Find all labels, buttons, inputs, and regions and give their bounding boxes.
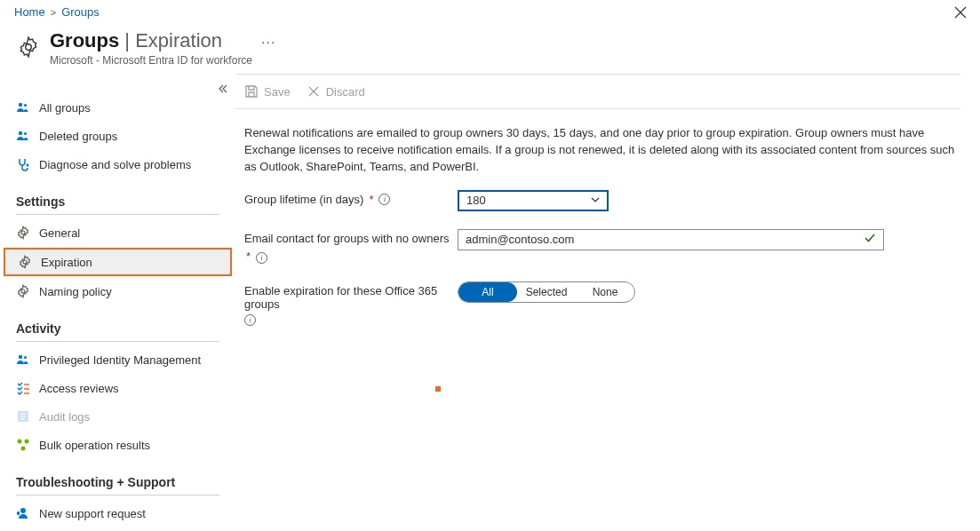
- people-icon: [16, 353, 30, 367]
- sidebar-item-deleted-groups[interactable]: Deleted groups: [0, 122, 235, 150]
- svg-point-0: [26, 44, 32, 51]
- breadcrumb-home[interactable]: Home: [14, 5, 45, 19]
- sidebar-item-diagnose[interactable]: Diagnose and solve problems: [0, 150, 235, 178]
- discard-button[interactable]: Discard: [307, 84, 365, 99]
- close-icon: [307, 84, 321, 99]
- sidebar-item-label: All groups: [39, 101, 91, 115]
- label-email-contact: Email contact for groups with no owners …: [244, 229, 458, 264]
- sidebar-item-label: New support request: [39, 507, 146, 520]
- chevron-right-icon: >: [51, 7, 56, 18]
- divider: [16, 341, 219, 342]
- page-title-block: Groups | Expiration Microsoft - Microsof…: [50, 29, 252, 67]
- dropdown-value: 180: [466, 194, 486, 207]
- label-group-lifetime: Group lifetime (in days) * i: [244, 190, 458, 206]
- svg-point-10: [24, 356, 27, 359]
- label-text: Enable expiration for these Office 365 g…: [244, 284, 458, 311]
- sidebar-item-label: Bulk operation results: [39, 439, 150, 452]
- sidebar-item-bulk-results[interactable]: Bulk operation results: [0, 431, 235, 459]
- svg-point-7: [23, 260, 27, 264]
- svg-point-6: [21, 231, 25, 234]
- info-text: Renewal notifications are emailed to gro…: [235, 125, 960, 176]
- sidebar-item-pim[interactable]: Privileged Identity Management: [0, 345, 235, 374]
- more-actions-button[interactable]: ···: [261, 35, 275, 51]
- divider: [16, 495, 219, 495]
- segmented-enable-expiration: All Selected None: [458, 281, 635, 303]
- page-title-separator: |: [119, 29, 135, 52]
- sidebar-item-label: Access reviews: [39, 382, 119, 395]
- collapse-sidebar-button[interactable]: [218, 83, 228, 96]
- nodes-icon: [16, 438, 30, 452]
- sidebar-item-label: Privileged Identity Management: [39, 353, 201, 367]
- breadcrumb-groups[interactable]: Groups: [61, 5, 100, 19]
- label-enable-expiration: Enable expiration for these Office 365 g…: [244, 281, 458, 326]
- svg-point-8: [21, 289, 25, 293]
- sidebar-item-expiration[interactable]: Expiration: [4, 248, 232, 276]
- discard-label: Discard: [326, 85, 365, 99]
- svg-point-14: [21, 447, 26, 451]
- page-title-sub: Expiration: [135, 29, 222, 52]
- svg-point-3: [19, 131, 22, 135]
- label-text: Group lifetime (in days): [244, 193, 363, 206]
- sidebar-item-label: Deleted groups: [39, 130, 117, 143]
- check-icon: [864, 232, 876, 247]
- gear-icon: [18, 255, 32, 269]
- svg-point-4: [24, 132, 27, 135]
- log-icon: [16, 409, 30, 424]
- sidebar-item-label: General: [39, 226, 80, 240]
- breadcrumb: Home > Groups: [0, 0, 980, 20]
- option-none[interactable]: None: [576, 282, 634, 302]
- toolbar: Save Discard: [235, 74, 960, 109]
- option-all[interactable]: All: [458, 282, 517, 302]
- page-title-main: Groups: [50, 29, 119, 52]
- gear-icon: [16, 226, 30, 240]
- row-group-lifetime: Group lifetime (in days) * i 180: [235, 190, 960, 211]
- sidebar-item-general[interactable]: General: [0, 218, 235, 247]
- dropdown-group-lifetime[interactable]: 180: [458, 190, 609, 211]
- svg-point-13: [25, 440, 29, 444]
- sidebar-section-troubleshoot: Troubleshooting + Support: [0, 459, 235, 493]
- divider: [16, 214, 219, 215]
- gear-icon: [14, 33, 43, 61]
- main-content: Save Discard Renewal notifications are e…: [235, 74, 980, 527]
- sidebar-item-naming-policy[interactable]: Naming policy: [0, 277, 235, 305]
- people-icon: [16, 129, 30, 143]
- save-button[interactable]: Save: [244, 84, 291, 99]
- row-email-contact: Email contact for groups with no owners …: [235, 229, 960, 264]
- svg-point-5: [27, 164, 29, 167]
- svg-rect-16: [17, 511, 20, 515]
- stethoscope-icon: [16, 157, 30, 171]
- info-icon[interactable]: i: [256, 252, 267, 264]
- sidebar: All groups Deleted groups Diagnose and s…: [0, 74, 235, 527]
- support-icon: [16, 506, 30, 520]
- svg-point-2: [24, 104, 27, 107]
- sidebar-item-label: Expiration: [41, 256, 92, 269]
- decorative-marker: [435, 386, 441, 392]
- svg-point-1: [19, 103, 22, 107]
- sidebar-item-label: Audit logs: [39, 410, 90, 424]
- sidebar-section-settings: Settings: [0, 178, 235, 212]
- save-icon: [244, 84, 259, 99]
- chevron-down-icon: [591, 195, 600, 206]
- option-selected[interactable]: Selected: [517, 282, 576, 302]
- sidebar-item-new-support[interactable]: New support request: [0, 499, 235, 527]
- sidebar-item-audit-logs[interactable]: Audit logs: [0, 402, 235, 431]
- sidebar-item-label: Diagnose and solve problems: [39, 158, 191, 171]
- label-text: Email contact for groups with no owners: [244, 232, 450, 245]
- page-subtitle: Microsoft - Microsoft Entra ID for workf…: [50, 54, 252, 67]
- sidebar-item-label: Naming policy: [39, 285, 112, 298]
- svg-point-9: [19, 355, 22, 359]
- close-button[interactable]: [953, 5, 968, 24]
- checklist-icon: [16, 381, 30, 395]
- sidebar-item-access-reviews[interactable]: Access reviews: [0, 374, 235, 402]
- info-icon[interactable]: i: [378, 194, 390, 205]
- page-header: Groups | Expiration Microsoft - Microsof…: [0, 20, 980, 67]
- sidebar-section-activity: Activity: [0, 305, 235, 339]
- gear-icon: [16, 284, 30, 298]
- row-enable-expiration: Enable expiration for these Office 365 g…: [235, 281, 960, 326]
- input-email-contact[interactable]: admin@contoso.com: [458, 229, 884, 250]
- info-icon[interactable]: i: [244, 314, 256, 326]
- save-label: Save: [264, 85, 291, 99]
- sidebar-item-all-groups[interactable]: All groups: [0, 93, 235, 122]
- svg-point-12: [18, 440, 22, 444]
- required-marker: *: [246, 250, 251, 263]
